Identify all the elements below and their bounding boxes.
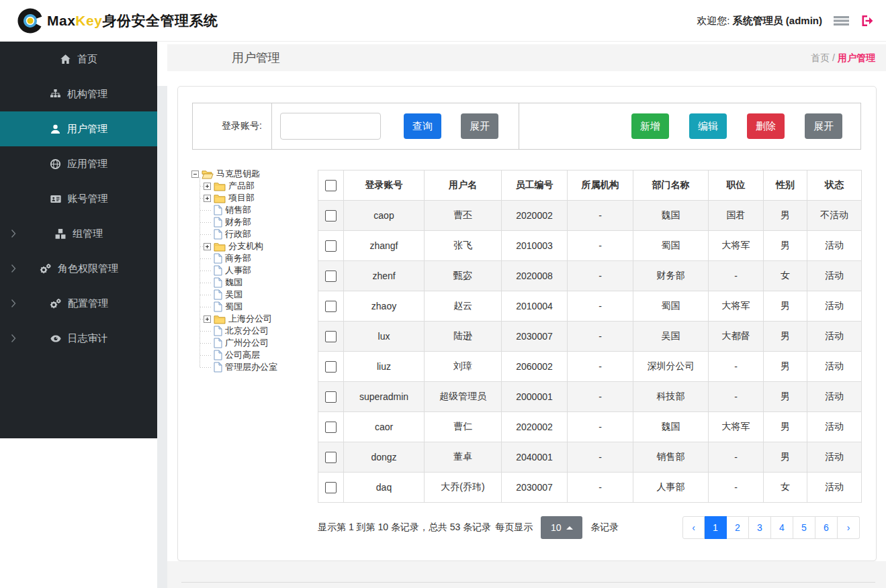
tree-node[interactable]: 广州分公司 xyxy=(191,337,316,349)
tree-node-label[interactable]: 蜀国 xyxy=(225,301,242,313)
row-checkbox[interactable] xyxy=(325,331,337,342)
table-row[interactable]: lux陆逊2030007-吴国大都督男活动 xyxy=(318,322,862,352)
tree-node-label[interactable]: 公司高层 xyxy=(225,349,260,361)
hamburger-icon[interactable] xyxy=(834,15,849,26)
tree-node-label[interactable]: 项目部 xyxy=(228,192,255,204)
select-all-checkbox[interactable] xyxy=(325,180,337,191)
page-button[interactable]: 1 xyxy=(705,516,727,539)
sidebar-item-role[interactable]: 角色权限管理 xyxy=(0,251,157,286)
table-cell: 女 xyxy=(764,473,807,503)
tree-node-label[interactable]: 上海分公司 xyxy=(228,313,272,325)
query-button[interactable]: 查询 xyxy=(404,113,441,139)
tree-node-label[interactable]: 北京分公司 xyxy=(225,325,269,337)
table-cell: zhenf xyxy=(344,261,425,291)
sidebar-item-home[interactable]: 首页 xyxy=(0,42,157,77)
table-row[interactable]: caop曹丕2020002-魏国国君男不活动 xyxy=(318,201,862,231)
search-expand-button[interactable]: 展开 xyxy=(461,113,498,139)
row-checkbox[interactable] xyxy=(325,361,337,373)
add-button[interactable]: 新增 xyxy=(631,113,669,139)
table-row[interactable]: dongz董卓2040001-销售部-男活动 xyxy=(318,442,862,473)
sidebar-item-audit[interactable]: 日志审计 xyxy=(0,321,157,356)
expand-plus-icon[interactable] xyxy=(204,243,211,250)
tree-node-label[interactable]: 广州分公司 xyxy=(225,337,269,349)
logout-icon[interactable] xyxy=(860,15,874,27)
table-row[interactable]: superadmin超级管理员2000001-科技部-男活动 xyxy=(318,382,862,412)
file-icon xyxy=(214,229,222,240)
page-button[interactable]: 4 xyxy=(771,516,793,539)
sidebar-item-user[interactable]: 用户管理 xyxy=(0,111,157,146)
table-cell: dongz xyxy=(344,442,425,473)
tree-connector xyxy=(200,283,212,283)
sidebar-item-group[interactable]: 组管理 xyxy=(0,216,157,251)
expand-plus-icon[interactable] xyxy=(204,183,211,190)
tree-node-label[interactable]: 吴国 xyxy=(225,289,242,301)
tree-node[interactable]: 人事部 xyxy=(191,264,316,277)
tree-node[interactable]: 管理层办公室 xyxy=(191,361,316,373)
tree-node[interactable]: 销售部 xyxy=(191,204,316,216)
tree-node[interactable]: 公司高层 xyxy=(191,349,316,361)
toolbar-expand-button[interactable]: 展开 xyxy=(805,113,842,139)
sidebar-item-app[interactable]: 应用管理 xyxy=(0,146,157,181)
tree-node[interactable]: 马克思钥匙 xyxy=(191,168,316,180)
users-table: 登录账号用户名员工编号所属机构部门名称职位性别状态 caop曹丕2020002-… xyxy=(318,170,862,503)
expand-plus-icon[interactable] xyxy=(204,195,211,202)
tree-node[interactable]: 分支机构 xyxy=(191,240,316,252)
row-checkbox[interactable] xyxy=(325,240,337,252)
row-checkbox[interactable] xyxy=(325,301,337,312)
tree-node[interactable]: 蜀国 xyxy=(191,301,316,313)
table-cell: 超级管理员 xyxy=(425,382,502,412)
row-checkbox[interactable] xyxy=(325,210,337,222)
delete-button[interactable]: 删除 xyxy=(747,113,785,139)
table-cell: lux xyxy=(344,322,425,352)
tree-node-label[interactable]: 分支机构 xyxy=(228,240,263,252)
page-size-dropdown[interactable]: 10 xyxy=(541,516,582,539)
table-cell: 2010003 xyxy=(502,231,568,261)
next-page-button[interactable]: › xyxy=(838,516,860,539)
row-checkbox[interactable] xyxy=(325,422,337,433)
gears-icon xyxy=(49,298,62,309)
table-row[interactable]: zhenf甄宓2020008-财务部-女活动 xyxy=(318,261,862,291)
tree-node[interactable]: 北京分公司 xyxy=(191,325,316,337)
login-account-input[interactable] xyxy=(280,113,381,140)
prev-page-button[interactable]: ‹ xyxy=(682,516,705,539)
tree-node[interactable]: 产品部 xyxy=(191,180,316,192)
tree-node[interactable]: 上海分公司 xyxy=(191,313,316,325)
tree-node-label[interactable]: 财务部 xyxy=(225,216,251,228)
collapse-minus-icon[interactable] xyxy=(191,170,199,178)
page-button[interactable]: 6 xyxy=(815,516,838,539)
tree-node-label[interactable]: 管理层办公室 xyxy=(225,361,277,373)
table-row[interactable]: daq大乔(乔玮)2030007-人事部-女活动 xyxy=(318,473,862,503)
tree-node-label[interactable]: 产品部 xyxy=(228,180,255,192)
table-row[interactable]: zhaoy赵云2010004-蜀国大将军男活动 xyxy=(318,291,862,322)
expand-plus-icon[interactable] xyxy=(204,315,211,323)
table-row[interactable]: liuz刘璋2060002-深圳分公司-男活动 xyxy=(318,352,862,382)
tree-node-label[interactable]: 行政部 xyxy=(225,228,251,240)
edit-button[interactable]: 编辑 xyxy=(689,113,727,139)
tree-node[interactable]: 吴国 xyxy=(191,289,316,301)
tree-node-label[interactable]: 魏国 xyxy=(225,277,242,289)
tree-node[interactable]: 项目部 xyxy=(191,192,316,204)
sidebar-item-config[interactable]: 配置管理 xyxy=(0,286,157,321)
row-checkbox[interactable] xyxy=(325,391,337,403)
page-button[interactable]: 3 xyxy=(749,516,771,539)
page-button[interactable]: 5 xyxy=(793,516,815,539)
tree-node-label[interactable]: 销售部 xyxy=(225,204,251,216)
tree-node[interactable]: 商务部 xyxy=(191,252,316,264)
sidebar-item-org[interactable]: 机构管理 xyxy=(0,77,157,111)
tree-node[interactable]: 财务部 xyxy=(191,216,316,228)
chevron-right-icon xyxy=(11,334,16,343)
table-row[interactable]: zhangf张飞2010003-蜀国大将军男活动 xyxy=(318,231,862,261)
breadcrumb-current: 用户管理 xyxy=(838,52,875,63)
row-checkbox[interactable] xyxy=(325,452,337,463)
row-checkbox[interactable] xyxy=(325,482,337,493)
tree-node[interactable]: 魏国 xyxy=(191,277,316,289)
row-checkbox[interactable] xyxy=(325,271,337,282)
page-button[interactable]: 2 xyxy=(727,516,749,539)
tree-node-label[interactable]: 马克思钥匙 xyxy=(216,168,260,180)
table-row[interactable]: caor曹仁2020002-魏国大将军男活动 xyxy=(318,412,862,442)
tree-node[interactable]: 行政部 xyxy=(191,228,316,240)
tree-node-label[interactable]: 商务部 xyxy=(225,252,251,264)
sidebar-item-account[interactable]: 账号管理 xyxy=(0,181,157,216)
breadcrumb-home[interactable]: 首页 xyxy=(811,52,830,63)
tree-node-label[interactable]: 人事部 xyxy=(225,264,251,277)
